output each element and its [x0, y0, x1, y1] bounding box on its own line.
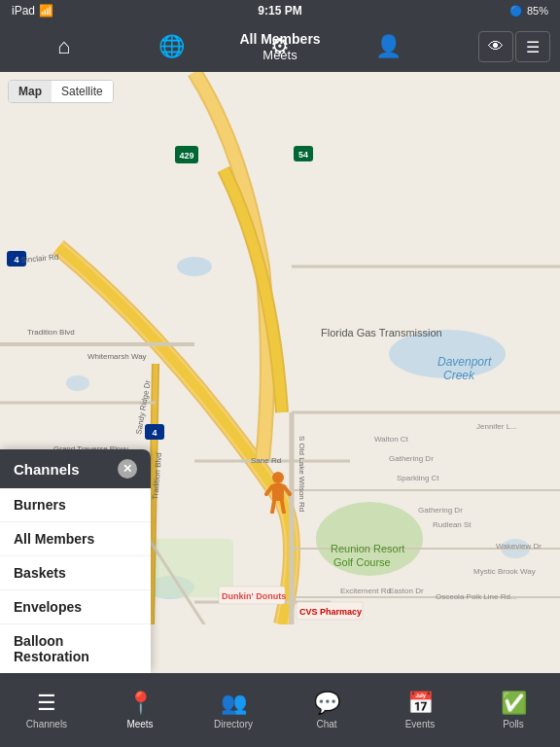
events-tab-icon: 📅 — [407, 691, 434, 716]
meets-tab-icon: 📍 — [127, 691, 154, 716]
tab-polls[interactable]: ✅ Polls — [467, 691, 560, 729]
svg-text:Davenport: Davenport — [438, 355, 492, 369]
channel-item-burners[interactable]: Burners — [0, 488, 151, 522]
nav-title-line1: All Members — [239, 31, 320, 48]
polls-tab-icon: ✅ — [501, 691, 527, 716]
svg-text:Florida Gas Transmission: Florida Gas Transmission — [321, 327, 442, 338]
ipad-label: iPad — [12, 4, 35, 18]
svg-text:Dunkin' Donuts: Dunkin' Donuts — [222, 591, 286, 601]
bottom-tab-bar: ☰ Channels 📍 Meets 👥 Directory 💬 Chat 📅 … — [0, 673, 560, 747]
tab-chat[interactable]: 💬 Chat — [280, 691, 373, 729]
channel-item-baskets[interactable]: Baskets — [0, 556, 151, 590]
wifi-icon: 📶 — [39, 4, 53, 18]
svg-point-55 — [272, 472, 284, 483]
nav-title: All Members Meets — [239, 31, 320, 62]
svg-text:Creek: Creek — [443, 369, 475, 382]
svg-text:S Old Lake Wilson Rd: S Old Lake Wilson Rd — [298, 436, 306, 512]
channels-title: Channels — [14, 461, 80, 478]
svg-text:Whitemarsh Way: Whitemarsh Way — [88, 352, 147, 361]
svg-text:CVS Pharmacy: CVS Pharmacy — [299, 607, 362, 617]
status-time: 9:15 PM — [258, 4, 301, 18]
svg-line-60 — [282, 501, 284, 513]
map-btn[interactable]: Map — [9, 81, 52, 102]
tab-meets[interactable]: 📍 Meets — [93, 691, 187, 729]
svg-line-58 — [284, 486, 290, 494]
svg-text:Sane Rd: Sane Rd — [251, 456, 281, 465]
svg-text:Walton Ct: Walton Ct — [374, 435, 409, 444]
map-toggle: Map Satellite — [8, 80, 114, 103]
menu-button[interactable]: ☰ — [515, 31, 550, 62]
eye-button[interactable]: 👁 — [478, 31, 513, 62]
status-left: iPad 📶 — [12, 4, 53, 18]
svg-text:Easton Dr: Easton Dr — [389, 587, 424, 595]
tab-directory[interactable]: 👥 Directory — [187, 691, 280, 729]
svg-text:Tradition Blvd: Tradition Blvd — [27, 328, 75, 337]
person-icon[interactable]: 👤 — [334, 34, 442, 59]
home-icon[interactable]: ⌂ — [10, 34, 118, 59]
svg-text:Reunion Resort: Reunion Resort — [331, 543, 404, 554]
bluetooth-icon: 🔵 — [509, 5, 523, 18]
meets-tab-label: Meets — [126, 719, 153, 729]
status-bar: iPad 📶 9:15 PM 🔵 85% — [0, 0, 560, 21]
svg-line-59 — [272, 501, 274, 513]
svg-text:Rudlean St: Rudlean St — [433, 520, 472, 529]
svg-text:Golf Course: Golf Course — [333, 556, 391, 568]
directory-tab-label: Directory — [214, 719, 253, 729]
chat-tab-label: Chat — [316, 719, 336, 729]
chat-tab-icon: 💬 — [314, 691, 340, 716]
nav-title-line2: Meets — [239, 48, 320, 63]
directory-tab-icon: 👥 — [221, 691, 247, 716]
svg-text:Sparkling Ct: Sparkling Ct — [397, 474, 439, 482]
svg-text:429: 429 — [179, 151, 193, 160]
events-tab-label: Events — [405, 719, 436, 729]
tab-channels[interactable]: ☰ Channels — [0, 691, 93, 729]
svg-text:4: 4 — [14, 255, 18, 265]
channel-item-all-members[interactable]: All Members — [0, 522, 151, 556]
svg-text:Mystic Brook Way: Mystic Brook Way — [473, 567, 536, 576]
svg-text:Gathering Dr: Gathering Dr — [389, 454, 434, 463]
channels-close-button[interactable]: ✕ — [118, 459, 137, 479]
channel-item-balloon-restoration[interactable]: Balloon Restoration — [0, 624, 151, 673]
channels-panel: Channels ✕ Burners All Members Baskets E… — [0, 449, 151, 673]
polls-tab-label: Polls — [503, 719, 524, 729]
satellite-btn[interactable]: Satellite — [52, 81, 113, 102]
tab-events[interactable]: 📅 Events — [373, 691, 467, 729]
svg-text:Osceola Polk Line Rd...: Osceola Polk Line Rd... — [436, 592, 517, 601]
channels-header: Channels ✕ — [0, 449, 151, 488]
nav-right-buttons: 👁 ☰ — [478, 31, 550, 62]
svg-point-2 — [177, 257, 212, 276]
channels-tab-icon: ☰ — [37, 691, 56, 716]
svg-text:54: 54 — [298, 150, 308, 160]
svg-text:Excitement Rd: Excitement Rd — [340, 587, 391, 595]
status-right: 🔵 85% — [509, 5, 548, 18]
svg-text:Gathering Dr: Gathering Dr — [418, 506, 463, 515]
globe-icon[interactable]: 🌐 — [118, 34, 226, 59]
channel-item-envelopes[interactable]: Envelopes — [0, 590, 151, 624]
svg-text:Jennifer L...: Jennifer L... — [476, 422, 517, 431]
svg-point-3 — [66, 375, 89, 391]
channels-tab-label: Channels — [26, 719, 67, 729]
svg-text:Wakeview Dr: Wakeview Dr — [496, 542, 542, 551]
nav-bar: ⌂ 🌐 All Members Meets ⚙ 👤 ? 👁 ☰ — [0, 21, 560, 72]
svg-text:4: 4 — [152, 428, 157, 438]
person-marker — [264, 471, 292, 514]
battery-label: 85% — [527, 5, 548, 17]
svg-line-57 — [266, 486, 272, 494]
